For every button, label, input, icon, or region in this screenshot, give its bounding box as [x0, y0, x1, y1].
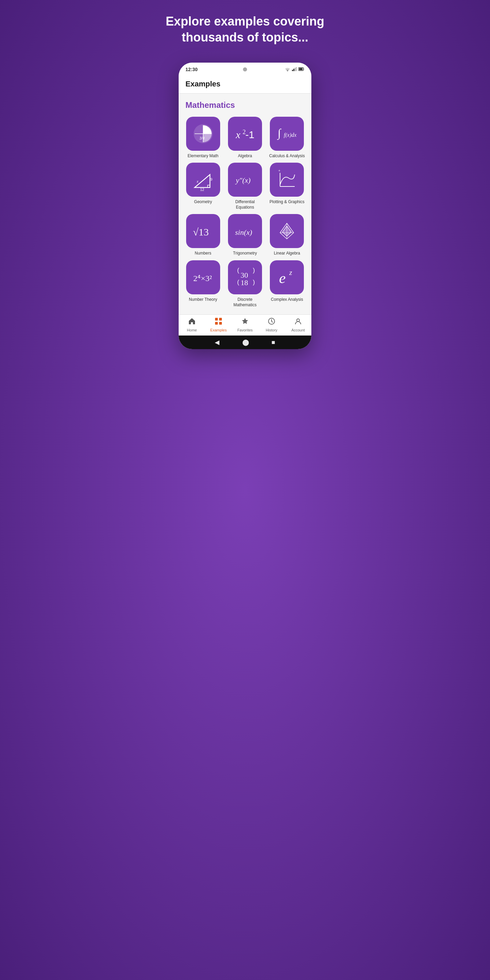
- android-back-button[interactable]: ◀: [215, 339, 220, 346]
- linear-algebra-label: Linear Algebra: [274, 251, 300, 256]
- examples-nav-label: Examples: [210, 328, 227, 332]
- diff-eq-label: Differential Equations: [226, 199, 264, 210]
- android-home-button[interactable]: ⬤: [242, 339, 249, 346]
- geometry-label: Geometry: [194, 199, 212, 205]
- svg-text:(: (: [237, 267, 239, 274]
- nav-item-account[interactable]: Account: [288, 318, 308, 332]
- svg-text:-1: -1: [245, 129, 255, 140]
- favorites-icon: [241, 318, 249, 327]
- list-item[interactable]: ∫ f(x)dx Calculus & Analysis: [268, 117, 306, 159]
- algebra-icon: x 2 -1: [228, 117, 262, 151]
- list-item[interactable]: √13 Numbers: [184, 214, 222, 256]
- svg-rect-3: [296, 67, 297, 71]
- battery-icon: [298, 67, 305, 72]
- hero-text: Explore examples covering thousands of t…: [160, 14, 330, 46]
- signal-icon: [292, 67, 297, 72]
- plotting-label: Plotting & Graphics: [269, 199, 305, 205]
- wifi-icon: [285, 67, 290, 72]
- favorites-nav-label: Favorites: [237, 328, 253, 332]
- status-bar: 12:30: [179, 63, 311, 75]
- svg-text:12: 12: [200, 188, 204, 192]
- svg-text:18: 18: [240, 278, 248, 287]
- discrete-math-icon: ( ) ( ) 30 18: [228, 260, 262, 294]
- elementary-math-icon: 1/4 3/4: [186, 117, 220, 151]
- math-grid: 1/4 3/4 Elementary Math x 2 -1 Algebra: [184, 117, 306, 308]
- android-recent-button[interactable]: ■: [272, 339, 275, 346]
- list-item[interactable]: 12 9 x Geometry: [184, 163, 222, 210]
- numbers-icon: √13: [186, 214, 220, 248]
- svg-text:sin(x): sin(x): [235, 228, 252, 237]
- list-item[interactable]: y″(x) Differential Equations: [226, 163, 264, 210]
- number-theory-label: Number Theory: [189, 297, 217, 302]
- nav-item-history[interactable]: History: [261, 318, 282, 332]
- number-theory-icon: 2⁴×3²: [186, 260, 220, 294]
- svg-rect-43: [215, 322, 218, 325]
- svg-rect-42: [219, 318, 222, 321]
- complex-analysis-label: Complex Analysis: [271, 297, 303, 302]
- algebra-label: Algebra: [238, 153, 252, 159]
- history-nav-label: History: [266, 328, 277, 332]
- account-nav-label: Account: [291, 328, 305, 332]
- numbers-label: Numbers: [195, 251, 211, 256]
- nav-item-home[interactable]: Home: [182, 318, 202, 332]
- svg-text:z: z: [289, 268, 292, 277]
- home-nav-label: Home: [187, 328, 197, 332]
- android-nav-bar: ◀ ⬤ ■: [179, 336, 311, 349]
- home-icon: [188, 318, 196, 327]
- svg-rect-5: [299, 68, 302, 70]
- content-area: Mathematics 1/4 3/4 Elementary Math: [179, 94, 311, 315]
- list-item[interactable]: ( ) ( ) 30 18 Discrete Mathematics: [226, 260, 264, 308]
- svg-text:): ): [253, 279, 255, 285]
- examples-icon: [215, 318, 222, 327]
- status-time: 12:30: [185, 67, 198, 72]
- svg-rect-2: [295, 68, 296, 71]
- svg-text:1/4: 1/4: [205, 129, 211, 133]
- svg-rect-41: [215, 318, 218, 321]
- list-item[interactable]: e z Complex Analysis: [268, 260, 306, 308]
- svg-text:3/4: 3/4: [199, 136, 205, 140]
- svg-point-46: [297, 319, 299, 321]
- phone-frame: 12:30: [179, 63, 311, 350]
- diff-eq-icon: y″(x): [228, 163, 262, 197]
- camera-dot: [243, 67, 247, 72]
- svg-text:9: 9: [210, 177, 212, 181]
- calculus-label: Calculus & Analysis: [269, 153, 305, 159]
- svg-text:x: x: [235, 129, 240, 140]
- plotting-icon: +: [270, 163, 304, 197]
- linear-algebra-icon: [270, 214, 304, 248]
- list-item[interactable]: 2⁴×3² Number Theory: [184, 260, 222, 308]
- list-item[interactable]: Linear Algebra: [268, 214, 306, 256]
- section-title: Mathematics: [184, 100, 306, 110]
- trig-icon: sin(x): [228, 214, 262, 248]
- svg-text:∫: ∫: [277, 127, 282, 140]
- account-icon: [294, 318, 302, 327]
- svg-text:e: e: [279, 270, 286, 286]
- list-item[interactable]: + Plotting & Graphics: [268, 163, 306, 210]
- status-icons: [285, 67, 305, 72]
- app-header: Examples: [179, 75, 311, 94]
- discrete-math-label: Discrete Mathematics: [226, 297, 264, 308]
- svg-text:(: (: [237, 279, 239, 285]
- list-item[interactable]: sin(x) Trigonometry: [226, 214, 264, 256]
- svg-text:√13: √13: [193, 226, 208, 237]
- svg-text:f(x)dx: f(x)dx: [284, 132, 296, 138]
- svg-text:): ): [253, 267, 255, 274]
- geometry-icon: 12 9 x: [186, 163, 220, 197]
- nav-item-examples[interactable]: Examples: [208, 318, 229, 332]
- calculus-icon: ∫ f(x)dx: [270, 117, 304, 151]
- trig-label: Trigonometry: [233, 251, 257, 256]
- app-title: Examples: [185, 80, 305, 89]
- hero-section: Explore examples covering thousands of t…: [160, 14, 330, 63]
- bottom-nav: Home Examples Favorites: [179, 314, 311, 336]
- svg-text:y″(x): y″(x): [235, 176, 250, 185]
- svg-rect-0: [292, 70, 293, 71]
- nav-item-favorites[interactable]: Favorites: [235, 318, 255, 332]
- svg-text:x: x: [196, 180, 199, 183]
- svg-rect-44: [219, 322, 222, 325]
- list-item[interactable]: x 2 -1 Algebra: [226, 117, 264, 159]
- svg-text:+: +: [278, 169, 280, 172]
- complex-analysis-icon: e z: [270, 260, 304, 294]
- list-item[interactable]: 1/4 3/4 Elementary Math: [184, 117, 222, 159]
- elementary-math-label: Elementary Math: [188, 153, 218, 159]
- svg-text:2⁴×3²: 2⁴×3²: [193, 274, 212, 283]
